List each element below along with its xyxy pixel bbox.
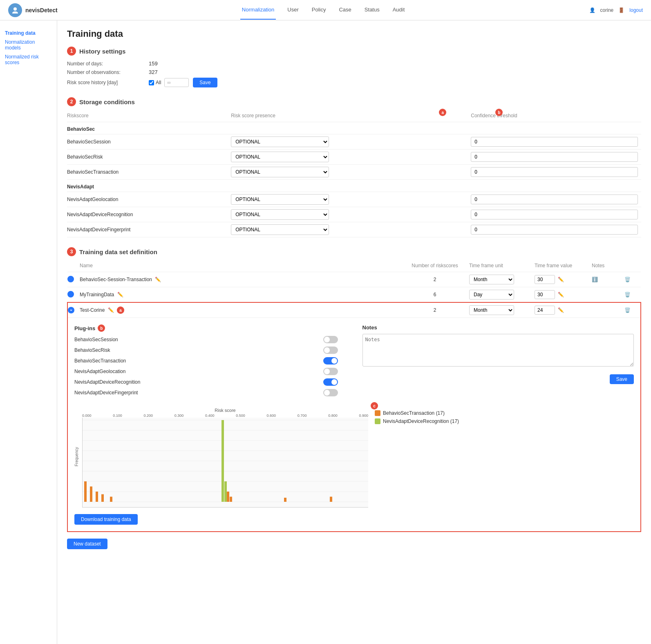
tdd-unit-3[interactable]: MonthDayWeek <box>469 302 535 318</box>
tdd-value-1[interactable]: ✏️ <box>535 272 592 287</box>
sc-presence-5[interactable]: OPTIONALREQUIREDEXCLUDED <box>231 207 471 222</box>
all-checkbox[interactable] <box>149 80 154 85</box>
sc-confidence-input-4[interactable] <box>471 195 638 204</box>
plugin-row-3: BehavioSecTransaction <box>74 357 346 364</box>
trash-icon-1[interactable]: 🗑️ <box>624 277 631 282</box>
sc-confidence-input-3[interactable] <box>471 167 638 177</box>
sc-presence-select-5[interactable]: OPTIONALREQUIREDEXCLUDED <box>231 209 329 220</box>
sidebar-training-data[interactable]: Training data <box>5 29 52 38</box>
download-button[interactable]: Download training data <box>74 514 138 525</box>
tdd-delete-1[interactable]: 🗑️ <box>624 272 641 287</box>
storage-conditions-section: 2 Storage conditions Riskscore Risk scor… <box>67 97 641 237</box>
new-dataset-button[interactable]: New dataset <box>67 539 107 549</box>
sc-confidence-1[interactable] <box>471 134 641 150</box>
tdd-delete-3[interactable]: 🗑️ <box>624 302 641 318</box>
section3-badge: 3 <box>67 247 76 256</box>
tdd-value-3[interactable]: ✏️ <box>535 302 592 318</box>
info-icon-1[interactable]: ℹ️ <box>592 277 598 282</box>
sidebar-normalization-models[interactable]: Normalization models <box>5 38 52 52</box>
edit-icon-1[interactable]: ✏️ <box>155 277 161 282</box>
sc-presence-select-4[interactable]: OPTIONALREQUIREDEXCLUDED <box>231 194 329 205</box>
tdd-value-input-3[interactable] <box>535 306 555 315</box>
tdd-expand-2[interactable] <box>67 287 80 303</box>
nav-policy[interactable]: Policy <box>310 0 328 20</box>
plugin-toggle-2[interactable] <box>323 347 338 354</box>
tdd-delete-2[interactable]: 🗑️ <box>624 287 641 303</box>
tdd-unit-select-3[interactable]: MonthDayWeek <box>469 305 514 315</box>
sc-presence-1[interactable]: OPTIONALREQUIREDEXCLUDED <box>231 134 471 150</box>
tdd-value-input-1[interactable] <box>535 275 555 284</box>
sc-row-3: BehavioSecTransaction OPTIONALREQUIREDEX… <box>67 165 641 180</box>
expand-icon-1[interactable] <box>67 276 74 282</box>
sc-confidence-3[interactable] <box>471 165 641 180</box>
plugin-row-2: BehavioSecRisk <box>74 347 346 354</box>
top-nav: nevisDetect Normalization User Policy Ca… <box>0 0 651 20</box>
group-name-behaviosec: BehavioSec <box>67 122 641 134</box>
tdd-expand-3[interactable] <box>67 302 80 318</box>
sc-confidence-input-6[interactable] <box>471 225 638 235</box>
history-save-button[interactable]: Save <box>193 78 217 87</box>
edit-icon-2[interactable]: ✏️ <box>117 292 123 297</box>
sc-presence-select-3[interactable]: OPTIONALREQUIREDEXCLUDED <box>231 167 329 177</box>
tdd-unit-select-2[interactable]: DayMonthWeek <box>469 290 514 300</box>
plugin-toggle-6[interactable] <box>323 389 338 396</box>
bar-chart-svg: 0 2 4 6 8 10 12 14 <box>82 418 368 508</box>
logout-link[interactable]: logout <box>629 7 643 13</box>
tdd-expand-1[interactable] <box>67 272 80 287</box>
sc-confidence-6[interactable] <box>471 222 641 237</box>
sc-confidence-4[interactable] <box>471 192 641 207</box>
tdd-value-input-2[interactable] <box>535 290 555 299</box>
nav-status[interactable]: Status <box>363 0 381 20</box>
sc-presence-4[interactable]: OPTIONALREQUIREDEXCLUDED <box>231 192 471 207</box>
all-checkbox-label[interactable]: All <box>149 80 161 85</box>
plugin-toggle-5[interactable] <box>323 378 338 386</box>
sc-presence-6[interactable]: OPTIONALREQUIREDEXCLUDED <box>231 222 471 237</box>
trash-icon-3[interactable]: 🗑️ <box>624 307 631 313</box>
expand-icon-2[interactable] <box>67 291 74 297</box>
edit-icon-3[interactable]: ✏️ <box>108 307 114 313</box>
plugin-name-6: NevisAdaptDeviceFingerprint <box>74 390 138 396</box>
chart-svg-container: 0 2 4 6 8 10 12 14 <box>82 406 368 508</box>
sc-confidence-5[interactable] <box>471 207 641 222</box>
user-icon: 👤 <box>589 7 595 13</box>
toggle-slider-6 <box>323 389 338 396</box>
tdd-unit-1[interactable]: MonthDayWeek <box>469 272 535 287</box>
tdd-name-text-3: Test-Corine <box>80 307 105 313</box>
risk-score-input[interactable] <box>164 78 189 87</box>
notes-save-button[interactable]: Save <box>610 374 634 384</box>
sc-presence-select-6[interactable]: OPTIONALREQUIREDEXCLUDED <box>231 224 329 235</box>
sc-confidence-input-5[interactable] <box>471 210 638 219</box>
nav-user[interactable]: User <box>286 0 300 20</box>
expand-icon-3[interactable] <box>68 307 74 313</box>
notes-textarea[interactable] <box>362 334 634 367</box>
svg-point-0 <box>13 7 17 11</box>
tdd-value-edit-3[interactable]: ✏️ <box>558 307 564 313</box>
tdd-num-1: 2 <box>404 272 469 287</box>
sc-presence-select-1[interactable]: OPTIONALREQUIREDEXCLUDED <box>231 136 329 147</box>
tdd-value-2[interactable]: ✏️ <box>535 287 592 303</box>
badge-b-expanded: b <box>98 324 105 332</box>
tdd-unit-select-1[interactable]: MonthDayWeek <box>469 275 514 284</box>
sc-presence-2[interactable]: OPTIONALREQUIREDEXCLUDED <box>231 150 471 165</box>
num-days-value: 159 <box>149 60 158 67</box>
sc-confidence-2[interactable] <box>471 150 641 165</box>
nav-audit[interactable]: Audit <box>391 0 407 20</box>
trash-icon-2[interactable]: 🗑️ <box>624 292 631 297</box>
sc-confidence-input-1[interactable] <box>471 137 638 147</box>
plugin-toggle-1[interactable] <box>323 336 338 343</box>
plugin-toggle-3[interactable] <box>323 357 338 364</box>
plugin-toggle-4[interactable] <box>323 368 338 375</box>
tdd-unit-2[interactable]: DayMonthWeek <box>469 287 535 303</box>
tdd-row-3-expanded: Plug-ins b BehavioSecSession <box>67 318 641 532</box>
nav-case[interactable]: Case <box>337 0 353 20</box>
sc-presence-3[interactable]: OPTIONALREQUIREDEXCLUDED <box>231 165 471 180</box>
app-name: nevisDetect <box>25 7 58 13</box>
sc-confidence-input-2[interactable] <box>471 152 638 162</box>
tdd-value-edit-2[interactable]: ✏️ <box>558 292 564 297</box>
nav-normalization[interactable]: Normalization <box>240 0 276 20</box>
tdd-value-edit-1[interactable]: ✏️ <box>558 277 564 282</box>
section2-header: 2 Storage conditions <box>67 97 641 106</box>
sc-presence-select-2[interactable]: OPTIONALREQUIREDEXCLUDED <box>231 152 329 162</box>
section1-badge: 1 <box>67 47 76 56</box>
sidebar-normalized-risk-scores[interactable]: Normalized risk scores <box>5 52 52 67</box>
